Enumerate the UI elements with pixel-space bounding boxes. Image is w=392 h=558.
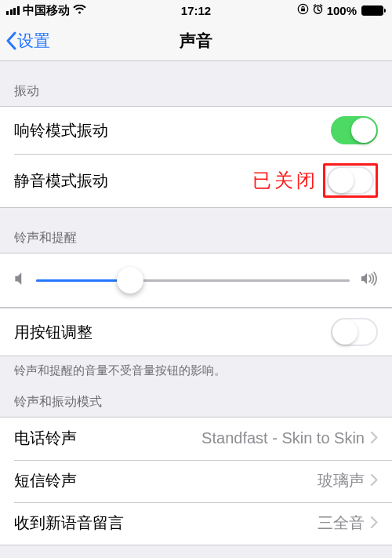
row-label: 短信铃声 [14,470,77,491]
page-title: 声音 [180,30,212,52]
chevron-right-icon [371,514,378,532]
battery-percent: 100% [327,4,357,17]
row-vibrate-on-silent[interactable]: 静音模式振动 已关闭 [0,154,392,207]
alarm-icon [312,3,324,17]
chevron-right-icon [371,429,378,447]
toggle-vibrate-on-ring[interactable] [331,116,378,144]
row-change-with-buttons[interactable]: 用按钮调整 [0,308,392,356]
row-value: 三全音 [318,512,365,534]
nav-bar: 设置 声音 [0,20,392,61]
annotation-off-label: 已关闭 [252,168,318,193]
status-right: 100% [297,3,386,17]
row-label: 静音模式振动 [14,170,108,191]
toggle-change-with-buttons[interactable] [331,318,378,346]
status-time: 17:12 [181,4,211,17]
battery-icon [361,5,386,16]
row-ringtone[interactable]: 电话铃声 Standfast - Skin to Skin [0,418,392,460]
section-header-patterns: 铃声和振动模式 [0,383,392,417]
section-header-ringer: 铃声和提醒 [0,208,392,253]
row-volume-slider [0,253,392,308]
chevron-left-icon [5,31,17,50]
signal-icon [6,6,20,15]
list-patterns: 电话铃声 Standfast - Skin to Skin 短信铃声 玻璃声 收… [0,417,392,545]
chevron-right-icon [371,472,378,490]
annotation-highlight-box [323,163,378,198]
status-left: 中国移动 [6,3,86,18]
row-vibrate-on-ring[interactable]: 响铃模式振动 [0,107,392,154]
orientation-lock-icon [297,3,309,17]
row-text-tone[interactable]: 短信铃声 玻璃声 [0,460,392,502]
row-label: 收到新语音留言 [14,512,124,534]
row-value: Standfast - Skin to Skin [201,429,365,447]
row-label: 响铃模式振动 [14,120,108,141]
list-vibration: 响铃模式振动 静音模式振动 已关闭 [0,106,392,208]
back-label: 设置 [17,30,50,52]
list-ringer-buttons: 用按钮调整 [0,308,392,356]
wifi-icon [73,4,86,17]
volume-slider[interactable] [36,268,350,293]
volume-low-icon [14,272,25,289]
back-button[interactable]: 设置 [0,30,50,52]
section-header-vibration: 振动 [0,61,392,106]
row-voicemail[interactable]: 收到新语音留言 三全音 [0,502,392,545]
section-footer-ringer: 铃声和提醒的音量不受音量按钮的影响。 [0,356,392,383]
status-bar: 中国移动 17:12 100% [0,0,392,20]
volume-high-icon [361,272,378,289]
toggle-vibrate-on-silent[interactable] [327,166,374,195]
carrier-label: 中国移动 [23,3,70,18]
row-value: 玻璃声 [318,470,365,491]
row-label: 电话铃声 [14,428,77,449]
row-label: 用按钮调整 [14,322,93,343]
